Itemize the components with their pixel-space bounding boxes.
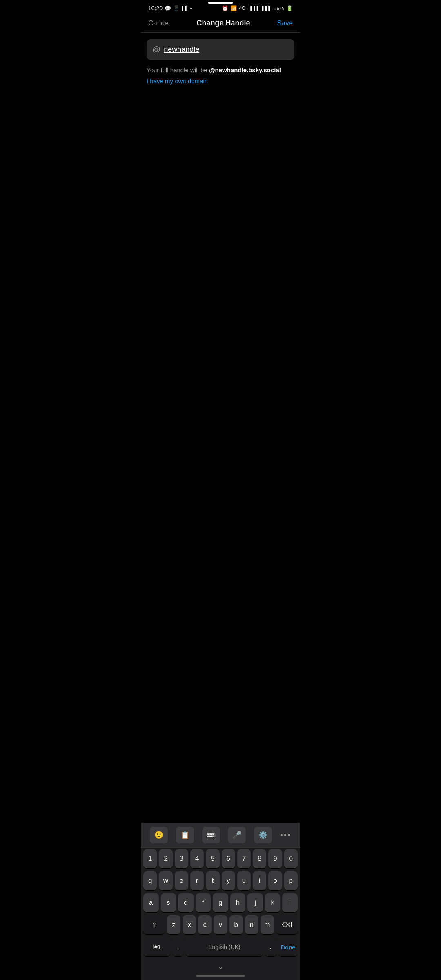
- helper-text-prefix: Your full handle will be: [147, 67, 209, 74]
- handle-input-container[interactable]: @: [147, 39, 294, 60]
- dot-icon: •: [190, 6, 192, 11]
- status-left: 10:20 💬 📱 ▌▌ •: [148, 5, 192, 11]
- handle-input[interactable]: [164, 45, 289, 54]
- page-title: Change Handle: [197, 19, 250, 27]
- status-right: ⏰ 📶 4G+ ▌▌▌ ▌▌▌ 56% 🔋: [222, 5, 293, 11]
- save-button[interactable]: Save: [277, 19, 293, 27]
- battery-icon: 🔋: [286, 5, 293, 11]
- status-bar: 10:20 💬 📱 ▌▌ • ⏰ 📶 4G+ ▌▌▌ ▌▌▌ 56% 🔋: [141, 0, 300, 15]
- time: 10:20: [148, 5, 163, 11]
- signal-icon: ▌▌: [182, 6, 188, 11]
- wifi-icon: 📶: [230, 5, 237, 11]
- network-label: 4G+: [239, 5, 248, 11]
- own-domain-link[interactable]: I have my own domain: [147, 78, 208, 85]
- nav-header: Cancel Change Handle Save: [141, 15, 300, 33]
- helper-text: Your full handle will be @newhandle.bsky…: [147, 66, 294, 74]
- content-area: @ Your full handle will be @newhandle.bs…: [141, 33, 300, 85]
- signal-bars: ▌▌▌: [250, 6, 260, 11]
- cancel-button[interactable]: Cancel: [148, 19, 170, 27]
- full-handle: @newhandle.bsky.social: [209, 67, 281, 74]
- alarm-icon: ⏰: [222, 5, 228, 11]
- signal-bars-2: ▌▌▌: [262, 6, 272, 11]
- chat-icon: 💬: [165, 5, 171, 11]
- status-pill: [208, 2, 233, 4]
- battery-label: 56%: [274, 5, 284, 11]
- whatsapp-icon: 📱: [173, 5, 180, 11]
- at-symbol: @: [152, 45, 160, 54]
